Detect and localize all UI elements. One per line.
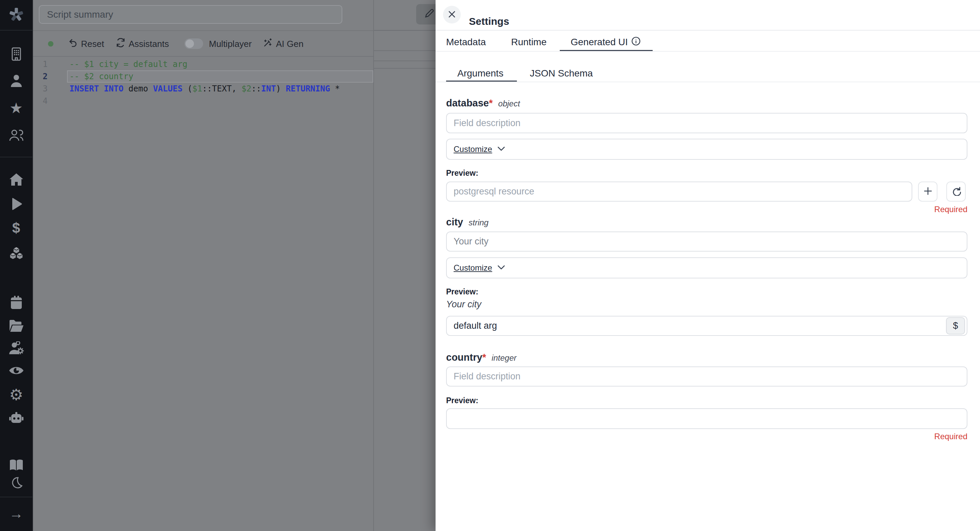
arrow-right-icon[interactable]: → (9, 507, 24, 521)
field-name: database (446, 98, 489, 109)
subtabs-border (436, 82, 980, 82)
country-required-hint: Required (934, 432, 967, 441)
info-icon[interactable] (631, 36, 641, 48)
close-button[interactable] (443, 6, 461, 24)
status-dot (48, 41, 53, 47)
country-preview-input[interactable] (446, 408, 967, 429)
settings-gear-icon[interactable]: ⚙ (9, 387, 23, 403)
right-panel-dimmed (373, 0, 436, 531)
country-description-input[interactable] (446, 366, 967, 387)
tab-metadata[interactable]: Metadata (446, 36, 486, 48)
subtab-arguments[interactable]: Arguments (457, 68, 503, 79)
cubes-icon[interactable] (9, 246, 24, 260)
home-icon[interactable] (9, 173, 24, 186)
sidebar-divider (0, 30, 32, 30)
subtab-json-schema[interactable]: JSON Schema (530, 68, 593, 79)
toggle-knob (185, 40, 194, 48)
required-asterisk: * (489, 98, 493, 109)
field-type: integer (492, 353, 517, 363)
book-open-icon[interactable] (9, 459, 24, 471)
assistants-button[interactable]: Assistants (116, 38, 169, 50)
code-line[interactable]: 3INSERT INTO demo VALUES ($1::TEXT, $2::… (33, 82, 373, 95)
city-description-input[interactable] (446, 231, 967, 252)
editor-pane-dimmed: Reset Assistants Multiplayer (33, 0, 436, 531)
database-required-hint: Required (934, 204, 967, 214)
rotate-cw-icon (951, 186, 961, 197)
play-icon[interactable] (10, 197, 23, 211)
multiplayer-label: Multiplayer (209, 38, 252, 50)
calendar-icon[interactable] (9, 295, 24, 310)
moon-icon[interactable] (10, 476, 23, 490)
plus-icon (924, 187, 932, 197)
field-city-header: city string (446, 217, 488, 228)
field-type: object (498, 99, 520, 108)
preview-label: Preview: (446, 287, 479, 296)
star-icon[interactable]: ★ (10, 101, 23, 116)
user-cog-icon[interactable] (8, 341, 24, 355)
wand-sparkles-icon (263, 38, 272, 50)
toolbar-bottom-border (33, 56, 374, 57)
city-customize-toggle[interactable]: Customize (446, 257, 967, 278)
code-line[interactable]: 1-- $1 city = default arg (33, 58, 373, 70)
undo-icon (68, 38, 78, 50)
reset-button[interactable]: Reset (68, 38, 104, 50)
line-number: 1 (36, 58, 48, 70)
preview-label: Preview: (446, 396, 479, 405)
line-number: 3 (36, 82, 48, 95)
building-icon[interactable] (10, 47, 23, 61)
tab-runtime[interactable]: Runtime (511, 36, 546, 48)
dollar-icon: $ (953, 320, 958, 331)
field-country-header: country* integer (446, 352, 517, 363)
script-summary-input[interactable] (39, 5, 342, 24)
city-preview-description: Your city (446, 299, 482, 310)
customize-label: Customize (453, 144, 492, 154)
header-border (436, 30, 980, 30)
field-name: city (446, 217, 463, 228)
city-template-var-button[interactable]: $ (946, 317, 965, 334)
field-database-header: database* object (446, 98, 520, 109)
assistants-label: Assistants (129, 39, 169, 49)
ai-gen-label: AI Gen (276, 39, 304, 49)
sidebar: ★ $ (0, 0, 33, 531)
robot-icon[interactable] (8, 411, 24, 424)
customize-label: Customize (453, 263, 492, 273)
windmill-logo-icon[interactable] (8, 7, 24, 22)
tabs-border (436, 51, 980, 52)
user-icon[interactable] (10, 73, 23, 88)
app-screen: ★ $ (0, 0, 980, 531)
tab-generated-ui[interactable]: Generated UI (571, 36, 641, 48)
database-customize-toggle[interactable]: Customize (446, 139, 967, 160)
field-type: string (469, 218, 488, 227)
code-line[interactable]: 2-- $2 country (33, 70, 373, 82)
refresh-resource-button[interactable] (946, 182, 966, 201)
dollar-sign-icon[interactable]: $ (12, 221, 20, 235)
chevron-down-icon (498, 146, 505, 152)
settings-drawer: Settings Metadata Runtime Generated UI A… (436, 0, 980, 531)
line-number: 2 (36, 70, 48, 82)
line-number: 4 (36, 95, 48, 107)
field-name: country (446, 352, 482, 363)
required-asterisk: * (482, 352, 486, 363)
ai-gen-button[interactable]: AI Gen (263, 38, 304, 50)
code-line[interactable]: 4 (33, 95, 373, 107)
database-resource-select[interactable] (446, 182, 912, 201)
code-lines: 1-- $1 city = default arg2-- $2 country3… (33, 58, 373, 107)
code-editor[interactable]: 1-- $1 city = default arg2-- $2 country3… (33, 58, 373, 107)
chevron-down-icon (498, 265, 505, 271)
city-preview-input[interactable] (446, 316, 967, 336)
add-resource-button[interactable] (918, 182, 937, 201)
reset-label: Reset (81, 39, 104, 49)
sidebar-divider (0, 497, 32, 497)
sidebar-divider (0, 157, 32, 157)
multiplayer-toggle[interactable] (185, 38, 203, 49)
eye-icon[interactable] (8, 365, 24, 377)
drawer-title: Settings (469, 16, 509, 27)
preview-label: Preview: (446, 169, 479, 178)
users-icon[interactable] (9, 128, 24, 142)
folder-open-icon[interactable] (8, 319, 24, 333)
close-icon (448, 10, 456, 19)
refresh-icon (116, 38, 125, 50)
database-description-input[interactable] (446, 113, 967, 133)
